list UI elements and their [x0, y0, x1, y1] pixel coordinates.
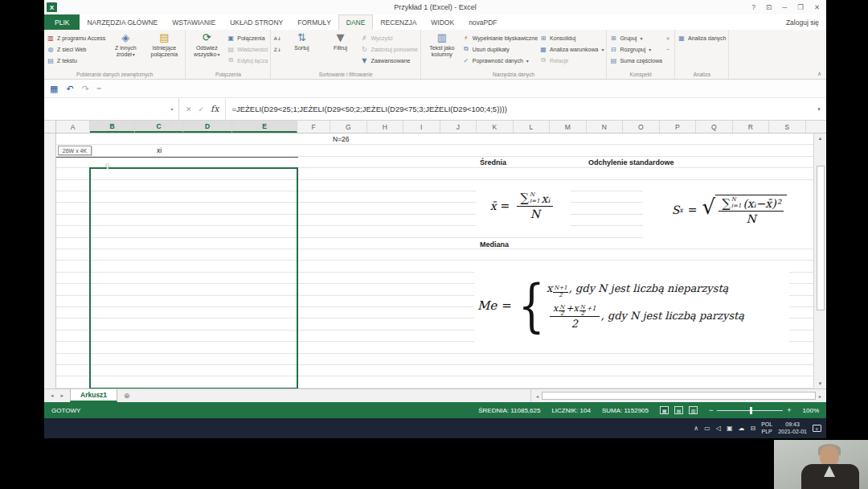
column-header-s[interactable]: S	[769, 121, 806, 133]
sheet-next-icon[interactable]: ▸	[61, 392, 64, 399]
z-programu-access-button[interactable]: ▥Z programu Access	[47, 32, 105, 43]
help-icon[interactable]: ?	[751, 3, 755, 11]
sort-za-button[interactable]: Z↓	[273, 43, 281, 55]
column-header-l[interactable]: L	[514, 121, 551, 133]
rozgrupuj-button[interactable]: ⊟Rozgrupuj▾	[609, 43, 662, 55]
tray-chevron-icon[interactable]: ∧	[694, 425, 698, 432]
sheet-prev-icon[interactable]: ◂	[51, 392, 54, 399]
zoom-level[interactable]: 100%	[803, 407, 819, 414]
action-center-icon[interactable]: ≡	[813, 425, 821, 432]
sheet-tab-arkusz1[interactable]: Arkusz1	[70, 389, 117, 402]
tab-formuły[interactable]: FORMUŁY	[290, 14, 338, 30]
cell-c2-value[interactable]: xi	[135, 146, 183, 154]
column-header-d[interactable]: D	[183, 121, 232, 133]
column-header-p[interactable]: P	[660, 121, 697, 133]
show-detail-button[interactable]: ＋	[664, 32, 672, 43]
median-label[interactable]: Mediana	[479, 240, 510, 249]
qat-customize-icon[interactable]: ═	[97, 85, 101, 92]
scroll-down-icon[interactable]: ▼	[818, 379, 823, 388]
tab-wstawianie[interactable]: WSTAWIANIE	[165, 14, 223, 30]
tab-widok[interactable]: WIDOK	[424, 14, 461, 30]
save-icon[interactable]: ▦	[50, 84, 58, 94]
formula-input[interactable]: =JEŻELI(D29<25;1;JEŻELI(D29<50;2;JEŻELI(…	[226, 98, 812, 120]
scroll-up-icon[interactable]: ▲	[818, 134, 823, 143]
analiza-danych-button[interactable]: ▦Analiza danych	[678, 32, 726, 43]
połączenia-button[interactable]: ▣Połączenia	[227, 32, 268, 43]
column-header-e[interactable]: E	[232, 121, 297, 133]
scroll-left-icon[interactable]: ◂	[533, 393, 542, 399]
cancel-icon[interactable]: ✕	[186, 105, 192, 113]
column-header-n[interactable]: N	[587, 121, 624, 133]
filtruj-button[interactable]: ▼Filtruj	[321, 31, 358, 51]
tray-window-icon[interactable]: ▭	[704, 425, 710, 432]
tray-volume-icon[interactable]: ◁	[716, 425, 721, 432]
insert-function-icon[interactable]: fx	[211, 104, 219, 114]
konsoliduj-button[interactable]: ⊞Konsoliduj	[539, 32, 604, 43]
hide-detail-button[interactable]: －	[664, 43, 672, 55]
vertical-scrollbar[interactable]: ▲ ▼	[813, 134, 826, 388]
tray-display-icon[interactable]: ⊟	[750, 425, 755, 432]
undo-icon[interactable]: ↶	[66, 84, 73, 94]
column-header-q[interactable]: Q	[696, 121, 733, 133]
stddev-label[interactable]: Odchylenie standardowe	[588, 158, 675, 166]
zoom-slider[interactable]	[717, 410, 783, 411]
name-box-arrow-icon[interactable]: ▾	[166, 106, 178, 112]
wypełnianie-błyskawiczne-button[interactable]: ⚡Wypełnianie błyskawiczne	[462, 32, 538, 43]
column-header-h[interactable]: H	[367, 121, 404, 133]
odśwież-wszystko-button[interactable]: ⟳Odśwież wszystko▾	[188, 31, 225, 58]
tekst-jako-kolumny-button[interactable]: ▥Tekst jako kolumny	[424, 31, 461, 58]
language-indicator[interactable]: POLPLP	[761, 421, 772, 434]
z-sieci-web-button[interactable]: ◍Z sieci Web	[47, 43, 105, 55]
column-header-f[interactable]: F	[297, 121, 330, 133]
sortuj-button[interactable]: ⇅Sortuj	[283, 31, 320, 51]
tray-camera-icon[interactable]: ▣	[727, 425, 733, 432]
mean-label[interactable]: Średnia	[479, 158, 507, 166]
scroll-right-icon[interactable]: ▸	[816, 393, 825, 399]
cell-g1-value[interactable]: N=26	[333, 135, 350, 143]
tab-dane[interactable]: DANE	[338, 14, 374, 30]
usuń-duplikaty-button[interactable]: ⧉Usuń duplikaty	[462, 43, 538, 55]
close-icon[interactable]: ✕	[814, 3, 820, 11]
horizontal-scrollbar[interactable]: ◂ ▸	[530, 389, 826, 402]
redo-icon[interactable]: ↷	[82, 84, 89, 94]
tray-cloud-icon[interactable]: ☁	[738, 425, 744, 432]
poprawność-danych-button[interactable]: ✓Poprawność danych▾	[462, 55, 538, 66]
zoom-slider-thumb[interactable]	[750, 407, 752, 414]
minimize-icon[interactable]: ─	[782, 3, 787, 11]
z-tekstu-button[interactable]: ▤Z tekstu	[47, 55, 105, 66]
tab-układ-strony[interactable]: UKŁAD STRONY	[223, 14, 290, 30]
name-box[interactable]: ▾	[44, 98, 179, 120]
enter-icon[interactable]: ✓	[199, 105, 205, 113]
z-innych-źródeł-button[interactable]: ◈Z innych źródeł▾	[107, 31, 144, 58]
add-sheet-icon[interactable]: ⊕	[117, 389, 137, 402]
restore-icon[interactable]: ❐	[797, 3, 804, 11]
column-header-r[interactable]: R	[733, 121, 770, 133]
tab-recenzja[interactable]: RECENZJA	[373, 14, 424, 30]
page-layout-view-icon[interactable]: ▤	[674, 406, 683, 414]
vertical-scroll-thumb[interactable]	[817, 166, 825, 310]
zaawansowane-button[interactable]: ▼Zaawansowane	[360, 55, 417, 66]
collapse-ribbon-icon[interactable]: ∧	[817, 71, 821, 77]
grupuj-button[interactable]: ⊞Grupuj▾	[609, 32, 662, 43]
analiza-warunkowa-button[interactable]: ▦Analiza warunkowa▾	[539, 43, 604, 55]
column-header-m[interactable]: M	[550, 121, 587, 133]
sign-in-link[interactable]: Zaloguj się	[786, 14, 826, 30]
formula-bar-expand-icon[interactable]: ▾	[812, 98, 826, 120]
column-header-c[interactable]: C	[135, 121, 183, 133]
column-header-g[interactable]: G	[330, 121, 367, 133]
tab-plik[interactable]: PLIK	[44, 14, 80, 30]
sort-az-button[interactable]: A↓	[273, 32, 281, 43]
suma-częściowa-button[interactable]: ▤Suma częściowa	[609, 55, 662, 66]
column-header-o[interactable]: O	[623, 121, 660, 133]
column-header-a[interactable]: A	[56, 121, 90, 133]
column-header-i[interactable]: I	[403, 121, 440, 133]
tab-novapdf[interactable]: novaPDF	[461, 14, 504, 30]
normal-view-icon[interactable]: ▦	[660, 406, 669, 414]
select-all-corner[interactable]	[44, 121, 56, 133]
zoom-in-icon[interactable]: +	[787, 406, 791, 414]
cell-area[interactable]: N=26 xi 26W x 4K + Średnia Odchylenie st…	[56, 134, 813, 388]
column-header-k[interactable]: K	[477, 121, 514, 133]
ribbon-options-icon[interactable]: ⊡	[766, 3, 772, 11]
zoom-out-icon[interactable]: −	[709, 406, 713, 414]
istniejące-połączenia-button[interactable]: ▤Istniejące połączenia	[145, 31, 182, 58]
